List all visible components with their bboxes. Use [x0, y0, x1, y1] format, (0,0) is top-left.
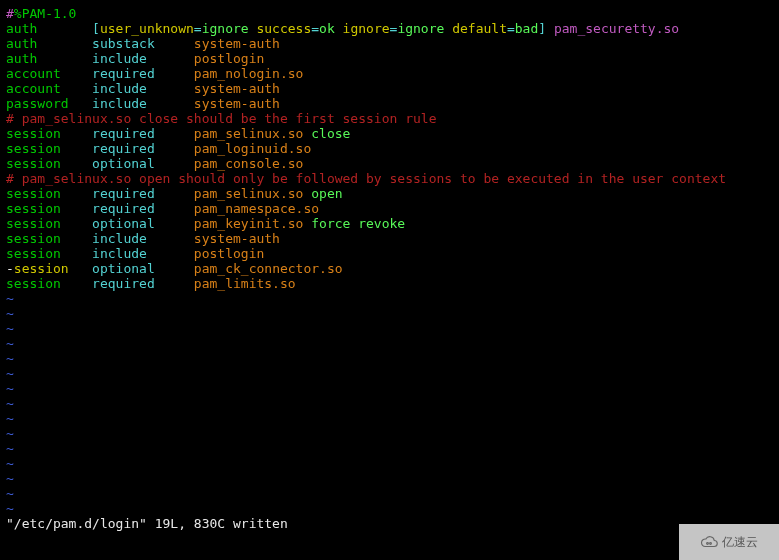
watermark: 亿速云 [679, 524, 779, 560]
watermark-text: 亿速云 [722, 536, 758, 548]
svg-point-1 [710, 543, 712, 545]
vim-terminal[interactable]: #%PAM-1.0 auth [user_unknown=ignore succ… [0, 0, 779, 531]
svg-point-0 [707, 543, 709, 545]
cloud-icon [700, 533, 718, 551]
